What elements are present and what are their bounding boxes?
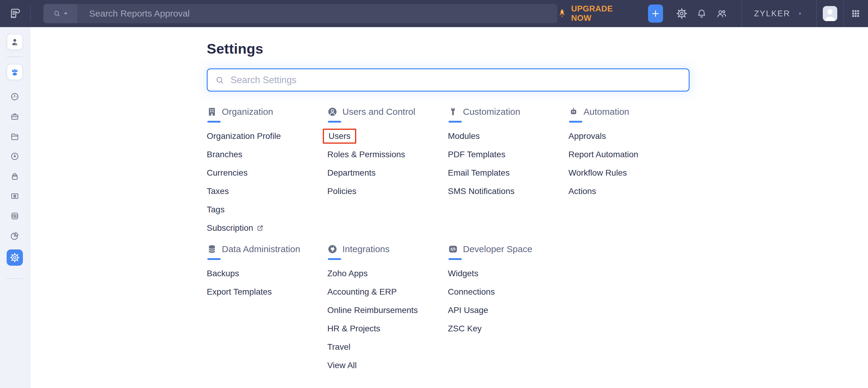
settings-link-modules[interactable]: Modules (448, 131, 480, 141)
settings-link-zsc-key[interactable]: ZSC Key (448, 324, 482, 333)
notifications-bell-button[interactable] (695, 7, 708, 20)
org-switcher[interactable]: ZYLKER (742, 0, 816, 27)
settings-link-label: Policies (327, 187, 356, 196)
user-avatar[interactable] (823, 6, 837, 21)
sidebar-divider (7, 278, 23, 279)
settings-link-branches[interactable]: Branches (207, 150, 242, 159)
sidebar-item-settings-nav-active[interactable] (7, 250, 23, 266)
sidebar-item-pie-chart-nav[interactable] (7, 228, 23, 244)
settings-link-organization-profile[interactable]: Organization Profile (207, 131, 281, 141)
settings-link-api-usage[interactable]: API Usage (448, 305, 488, 315)
settings-gear-button[interactable] (676, 7, 688, 20)
sidebar-item-gauge-nav[interactable] (7, 89, 23, 105)
section-items: UsersRoles & PermissionsDepartmentsPolic… (327, 127, 448, 200)
gauge-icon (10, 92, 19, 101)
list-item: PDF Templates (448, 145, 568, 164)
settings-link-label: Export Templates (207, 287, 272, 297)
settings-link-connections[interactable]: Connections (448, 287, 495, 297)
settings-link-label: Approvals (568, 131, 606, 141)
settings-link-actions[interactable]: Actions (568, 187, 596, 196)
sidebar-item-crown-user-card-nav[interactable] (7, 64, 23, 80)
page-title: Settings (207, 40, 868, 57)
clock-arrow-icon (10, 152, 19, 161)
global-search-bar (43, 4, 557, 23)
section-items: ModulesPDF TemplatesEmail TemplatesSMS N… (448, 127, 568, 200)
magnifier-icon (53, 9, 61, 18)
list-item: Policies (327, 182, 448, 200)
settings-link-subscription[interactable]: Subscription (207, 223, 264, 233)
list-item: Travel (327, 338, 448, 356)
settings-link-label: Currencies (207, 168, 247, 178)
settings-link-users[interactable]: Users (323, 129, 356, 144)
settings-link-label: Users (329, 131, 350, 141)
settings-link-accounting-erp[interactable]: Accounting & ERP (327, 287, 397, 297)
settings-link-travel[interactable]: Travel (327, 342, 350, 352)
list-item: Workflow Rules (568, 164, 689, 182)
settings-link-backups[interactable]: Backups (207, 269, 239, 278)
sidebar-item-briefcase-nav[interactable] (7, 108, 23, 125)
list-item: Approvals (568, 127, 689, 145)
settings-link-sms-notifications[interactable]: SMS Notifications (448, 187, 515, 196)
settings-link-taxes[interactable]: Taxes (207, 187, 229, 196)
list-item: Email Templates (448, 164, 568, 182)
settings-link-label: Workflow Rules (568, 168, 627, 178)
wrench-icon (448, 107, 458, 117)
settings-link-export-templates[interactable]: Export Templates (207, 287, 272, 297)
sidebar-item-clock-history-nav[interactable] (7, 148, 23, 164)
briefcase-icon (10, 112, 19, 121)
app-logo-button[interactable] (0, 0, 30, 27)
settings-link-currencies[interactable]: Currencies (207, 168, 247, 178)
star-card-icon (10, 192, 19, 201)
list-item: Modules (448, 127, 568, 145)
settings-link-departments[interactable]: Departments (327, 168, 375, 178)
section-header: Organization (207, 106, 327, 118)
settings-link-label: HR & Projects (327, 324, 380, 333)
section-items: WidgetsConnectionsAPI UsageZSC Key (448, 264, 568, 338)
section-accent-underline (207, 258, 221, 260)
settings-link-workflow-rules[interactable]: Workflow Rules (568, 168, 627, 178)
settings-link-label: ZSC Key (448, 324, 482, 333)
upgrade-now-label: UPGRADE NOW (571, 4, 632, 23)
settings-link-report-automation[interactable]: Report Automation (568, 150, 638, 159)
settings-link-hr-projects[interactable]: HR & Projects (327, 324, 380, 333)
settings-search-input[interactable] (230, 69, 689, 91)
apps-grid-button[interactable] (851, 9, 860, 18)
settings-section-data-administration: Data AdministrationBackupsExport Templat… (207, 243, 327, 375)
section-title: Automation (584, 107, 629, 117)
sidebar-item-star-card-nav[interactable] (7, 188, 23, 204)
upgrade-now-button[interactable]: UPGRADE NOW (557, 4, 632, 23)
database-icon (207, 244, 217, 254)
settings-link-pdf-templates[interactable]: PDF Templates (448, 150, 505, 159)
topbar-actions: UPGRADE NOW (557, 0, 860, 27)
referrals-people-button[interactable] (715, 7, 727, 20)
topbar-divider (843, 0, 844, 27)
settings-link-zoho-apps[interactable]: Zoho Apps (327, 269, 368, 278)
user-filled-icon (10, 37, 19, 46)
settings-sections-grid: OrganizationOrganization ProfileBranches… (207, 106, 868, 375)
section-accent-underline (448, 258, 462, 260)
sidebar-item-user-card-nav[interactable] (7, 34, 23, 50)
settings-link-policies[interactable]: Policies (327, 187, 356, 196)
plug-circle-icon (327, 244, 338, 254)
settings-link-email-templates[interactable]: Email Templates (448, 168, 510, 178)
sidebar-item-shopping-bag-nav[interactable] (7, 168, 23, 184)
settings-link-widgets[interactable]: Widgets (448, 269, 478, 278)
sidebar-divider (7, 57, 23, 57)
quick-add-button[interactable] (648, 4, 663, 23)
sidebar-item-abacus-nav[interactable] (7, 208, 23, 224)
list-item: Widgets (448, 264, 568, 283)
section-header: Developer Space (448, 243, 568, 255)
settings-link-approvals[interactable]: Approvals (568, 131, 606, 141)
gear-icon (676, 8, 687, 19)
section-title: Organization (222, 107, 273, 117)
chevron-right-icon (797, 10, 804, 17)
search-category-selector[interactable] (43, 4, 77, 23)
settings-link-roles-permissions[interactable]: Roles & Permissions (327, 150, 405, 159)
settings-link-online-reimbursements[interactable]: Online Reimbursements (327, 305, 418, 315)
org-name-label: ZYLKER (754, 9, 790, 19)
global-search-input[interactable] (77, 4, 557, 23)
settings-link-tags[interactable]: Tags (207, 205, 224, 215)
list-item: Currencies (207, 164, 327, 182)
settings-link-view-all[interactable]: View All (327, 361, 357, 370)
sidebar-item-folder-nav[interactable] (7, 128, 23, 144)
